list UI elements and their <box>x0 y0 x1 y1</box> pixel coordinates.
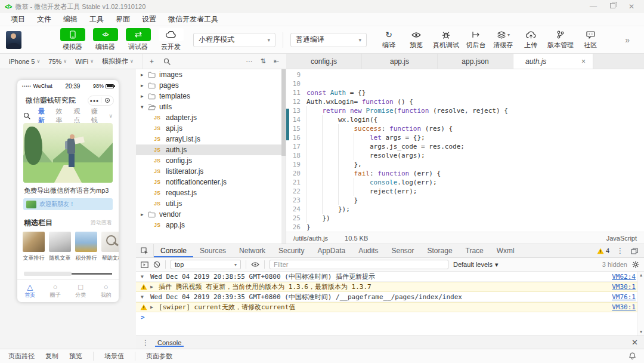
search-icon[interactable] <box>23 112 30 119</box>
tree-file-arrayList.js[interactable]: JSarrayList.js <box>136 134 286 144</box>
editor-tab-app.json[interactable]: app.json <box>438 54 513 69</box>
menu-item[interactable]: 项目 <box>5 14 31 24</box>
log-levels-select[interactable]: Default levels ▾ <box>453 261 499 269</box>
console-source-link[interactable]: VM62:4 <box>612 273 636 281</box>
statusbar-item-4[interactable]: 页面参数 <box>135 352 172 361</box>
console-source-link[interactable]: VM76:1 <box>612 293 636 301</box>
debugger-tab-sensor[interactable]: Sensor <box>385 244 421 257</box>
code-lines[interactable]: 91011const Auth = {}12Auth.wxLogin= func… <box>286 69 644 232</box>
sort-files-icon[interactable]: ⇅ <box>261 57 266 65</box>
user-avatar[interactable] <box>6 31 21 49</box>
dock-window-icon[interactable] <box>631 248 638 254</box>
menu-item[interactable]: 工具 <box>83 14 110 24</box>
exit-target-icon[interactable] <box>101 98 114 103</box>
scroll-up-arrow[interactable]: ▲ <box>640 273 642 278</box>
feature-card-文章排行[interactable]: 文章排行 <box>23 232 45 267</box>
statusbar-item-3[interactable]: 场景值 <box>93 352 124 361</box>
debugger-tab-storage[interactable]: Storage <box>421 244 459 257</box>
statusbar-item-0[interactable]: 页面路径 <box>8 352 35 361</box>
toggle-simulator[interactable]: 模拟器 <box>56 28 89 51</box>
category-tab-观点[interactable]: 观点 <box>73 107 83 125</box>
network-select[interactable]: WiFi∨ <box>71 58 98 65</box>
menu-item[interactable]: 微信开发者工具 <box>162 14 224 24</box>
tree-caret-icon[interactable]: ▸ <box>141 93 148 99</box>
tabbar-圈子[interactable]: ○圈子 <box>43 280 69 302</box>
debugger-tab-sources[interactable]: Sources <box>193 244 233 257</box>
zoom-select[interactable]: 75%∨ <box>44 58 71 65</box>
category-tab-效率[interactable]: 效率 <box>56 107 66 125</box>
language-mode[interactable]: JavaScript <box>606 235 637 242</box>
console-source-link[interactable]: VM30:1 <box>612 283 636 291</box>
clear-console-icon[interactable] <box>153 261 160 268</box>
console-sidebar-icon[interactable] <box>141 262 148 268</box>
console-warning-row[interactable]: ▶[swiper] current无效，请修改current值VM30:1 <box>136 302 644 312</box>
tree-caret-icon[interactable]: ▸ <box>141 72 148 78</box>
tabbar-首页[interactable]: △首页 <box>17 280 43 302</box>
action-device-debug[interactable]: 真机调试 <box>430 30 462 50</box>
hero-banner-image[interactable] <box>23 123 113 183</box>
tree-folder-images[interactable]: ▸images <box>136 69 286 80</box>
tree-file-app.js[interactable]: JSapp.js <box>136 220 286 230</box>
gear-icon[interactable] <box>632 261 639 268</box>
editor-tab-config.js[interactable]: config.js <box>286 54 362 69</box>
scroll-down-arrow[interactable]: ▼ <box>640 330 642 334</box>
action-background[interactable]: 切后台 <box>462 30 490 50</box>
tree-folder-pages[interactable]: ▸pages <box>136 80 286 91</box>
tabbar-分类[interactable]: □分类 <box>68 280 94 302</box>
debugger-tab-wxml[interactable]: Wxml <box>490 244 521 257</box>
more-options-icon[interactable]: ⋯ <box>246 57 253 65</box>
tree-file-util.js[interactable]: JSutil.js <box>136 198 286 209</box>
warning-count-badge[interactable]: 4 <box>597 247 609 254</box>
menu-item[interactable]: 文件 <box>31 14 57 24</box>
console-scrollbar[interactable]: ▲ ▼ <box>637 272 644 336</box>
console-log-row[interactable]: ▼Wed Dec 04 2019 20:39:35 GMT+0800 (中国标准… <box>136 292 644 302</box>
more-actions-button[interactable]: » <box>625 35 638 45</box>
expand-caret-icon[interactable]: ▼ <box>141 294 144 300</box>
console-warning-row[interactable]: ▶插件 腾讯视频 有更新，当前使用的版本为 1.3.6，最新版本为 1.3.7V… <box>136 282 644 292</box>
action-version[interactable]: 版本管理 <box>544 30 577 50</box>
expand-caret-icon[interactable]: ▼ <box>141 274 144 279</box>
search-icon[interactable] <box>163 58 171 65</box>
menu-item[interactable]: 设置 <box>136 14 162 24</box>
action-community[interactable]: 社区 <box>577 30 604 50</box>
drawer-console-tab[interactable]: Console <box>155 338 184 347</box>
kebab-menu-icon[interactable]: ⋮ <box>617 247 624 255</box>
restore-button[interactable] <box>610 3 615 8</box>
hidden-messages-count[interactable]: 3 hidden <box>602 261 627 268</box>
console-filter-input[interactable] <box>270 260 448 269</box>
category-tab-赚钱[interactable]: 赚钱 <box>91 107 101 125</box>
expand-caret-icon[interactable]: ▶ <box>150 304 153 310</box>
debugger-tab-audits[interactable]: Audits <box>352 244 385 257</box>
statusbar-item-1[interactable]: 复制 <box>45 352 58 361</box>
close-drawer-icon[interactable]: ✕ <box>631 338 638 347</box>
tree-folder-vendor[interactable]: ▸vendor <box>136 209 286 220</box>
minimize-button[interactable]: — <box>590 3 597 10</box>
compile-mode-select[interactable]: 普通编译 ▾ <box>290 33 367 47</box>
feature-card-积分排行[interactable]: 积分排行 <box>75 232 97 267</box>
console-log-row[interactable]: ▼Wed Dec 04 2019 20:38:55 GMT+0800 (中国标准… <box>136 272 644 282</box>
tabbar-我的[interactable]: ○我的 <box>94 280 119 302</box>
scrollbar-thumb[interactable] <box>281 69 286 156</box>
device-select[interactable]: iPhone 5∨ <box>5 58 44 65</box>
close-tab-icon[interactable]: × <box>581 57 586 66</box>
add-file-button[interactable]: + <box>150 57 154 66</box>
tree-file-auth.js[interactable]: JSauth.js <box>136 144 286 155</box>
editor-tab-app.js[interactable]: app.js <box>362 54 438 69</box>
tree-file-config.js[interactable]: JSconfig.js <box>136 155 286 166</box>
collapse-all-icon[interactable]: ⇤ <box>274 57 279 65</box>
category-tab-最新[interactable]: 最新 <box>38 107 48 125</box>
tree-file-api.js[interactable]: JSapi.js <box>136 123 286 134</box>
bell-icon[interactable] <box>629 352 636 360</box>
editor-tab-auth.js[interactable]: auth.js× <box>513 54 593 69</box>
article-title[interactable]: 免费导出微信所有语音为mp3 <box>17 183 119 198</box>
tree-file-listiterator.js[interactable]: JSlistiterator.js <box>136 166 286 177</box>
expand-caret-icon[interactable]: ▶ <box>150 284 153 290</box>
tree-file-notificationcenter.js[interactable]: JSnotificationcenter.js <box>136 177 286 187</box>
toggle-editor[interactable]: </>编辑器 <box>89 28 122 51</box>
live-expression-eye-icon[interactable] <box>251 262 259 267</box>
feature-card-帮助文档[interactable]: 帮助文档 <box>101 232 119 267</box>
toggle-debugger[interactable]: 调试器 <box>122 28 154 51</box>
context-select[interactable]: top ▾ <box>171 260 241 269</box>
code-editor[interactable]: 91011const Auth = {}12Auth.wxLogin= func… <box>286 69 644 244</box>
kebab-menu-icon[interactable]: ⋮ <box>142 339 149 347</box>
